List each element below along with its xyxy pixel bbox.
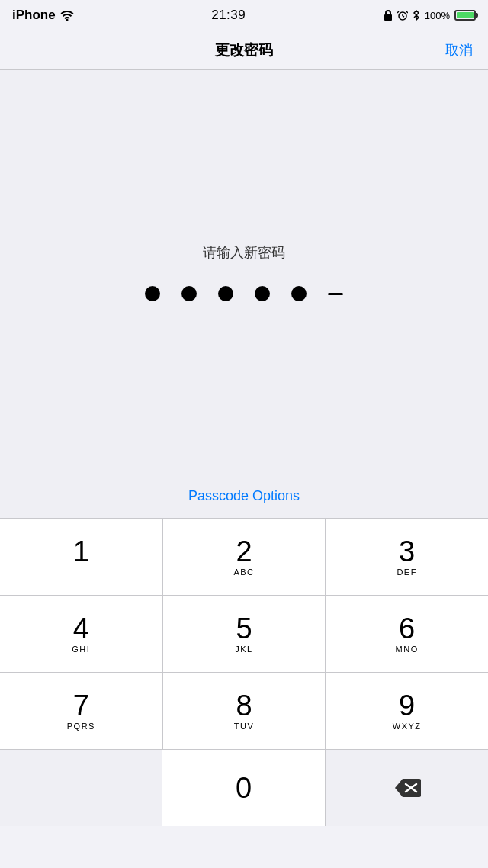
key-1-number: 1 <box>73 537 89 566</box>
key-4-letters: GHI <box>72 645 90 654</box>
svg-rect-1 <box>384 14 392 21</box>
alarm-icon <box>397 10 408 21</box>
key-6-letters: MNO <box>396 645 419 654</box>
key-2-number: 2 <box>236 537 252 566</box>
dot-5 <box>291 286 307 301</box>
key-row-4: 0 <box>0 750 488 826</box>
passcode-section: 请输入新密码 <box>0 70 488 474</box>
key-0-number: 0 <box>236 773 252 802</box>
key-8[interactable]: 8 TUV <box>163 673 326 749</box>
cancel-button[interactable]: 取消 <box>445 41 473 59</box>
key-3-letters: DEF <box>396 567 417 577</box>
dot-2 <box>181 286 197 301</box>
key-3-number: 3 <box>399 537 415 566</box>
dot-3 <box>218 286 233 301</box>
key-5-letters: JKL <box>235 645 252 654</box>
key-row-1: 1 2 ABC 3 DEF <box>0 519 488 596</box>
dot-6-empty <box>328 293 343 295</box>
key-6[interactable]: 6 MNO <box>326 596 488 672</box>
key-6-number: 6 <box>399 614 415 643</box>
key-5-number: 5 <box>236 614 252 643</box>
battery-fill <box>457 12 474 18</box>
content-area: 请输入新密码 Passcode Options 1 2 ABC 3 DEF <box>0 70 488 826</box>
key-1-letters <box>79 567 83 577</box>
key-empty <box>0 750 162 826</box>
svg-line-4 <box>403 16 404 17</box>
passcode-dots <box>145 286 343 301</box>
key-2[interactable]: 2 ABC <box>163 519 326 595</box>
status-time: 21:39 <box>211 8 246 23</box>
key-0[interactable]: 0 <box>162 750 325 826</box>
passcode-options-button[interactable]: Passcode Options <box>0 474 488 518</box>
key-7[interactable]: 7 PQRS <box>0 673 163 749</box>
key-4[interactable]: 4 GHI <box>0 596 163 672</box>
nav-title: 更改密码 <box>215 40 273 60</box>
key-9-number: 9 <box>399 691 415 720</box>
delete-button[interactable] <box>326 750 488 826</box>
status-left: iPhone <box>12 8 74 23</box>
key-2-letters: ABC <box>233 567 254 577</box>
delete-icon <box>393 777 421 799</box>
battery-icon <box>454 10 476 21</box>
keypad: 1 2 ABC 3 DEF 4 GHI 5 JKL 6 <box>0 518 488 826</box>
lock-icon <box>384 10 393 21</box>
wifi-icon <box>60 10 74 21</box>
key-7-number: 7 <box>73 691 89 720</box>
carrier-name: iPhone <box>12 8 56 23</box>
svg-point-0 <box>66 19 68 21</box>
bluetooth-icon <box>413 10 420 21</box>
key-8-letters: TUV <box>234 722 255 731</box>
key-8-number: 8 <box>236 691 252 720</box>
passcode-prompt: 请输入新密码 <box>203 243 285 262</box>
key-4-number: 4 <box>73 614 89 643</box>
key-9[interactable]: 9 WXYZ <box>326 673 488 749</box>
key-row-3: 7 PQRS 8 TUV 9 WXYZ <box>0 673 488 750</box>
key-row-2: 4 GHI 5 JKL 6 MNO <box>0 596 488 673</box>
key-5[interactable]: 5 JKL <box>163 596 326 672</box>
key-1[interactable]: 1 <box>0 519 163 595</box>
battery-percent: 100% <box>425 10 450 21</box>
key-7-letters: PQRS <box>67 722 95 731</box>
dot-4 <box>255 286 270 301</box>
status-bar: iPhone 21:39 100% <box>0 0 488 31</box>
status-right: 100% <box>384 10 476 21</box>
key-9-letters: WXYZ <box>393 722 422 731</box>
dot-1 <box>145 286 160 301</box>
nav-bar: 更改密码 取消 <box>0 31 488 70</box>
key-3[interactable]: 3 DEF <box>326 519 488 595</box>
